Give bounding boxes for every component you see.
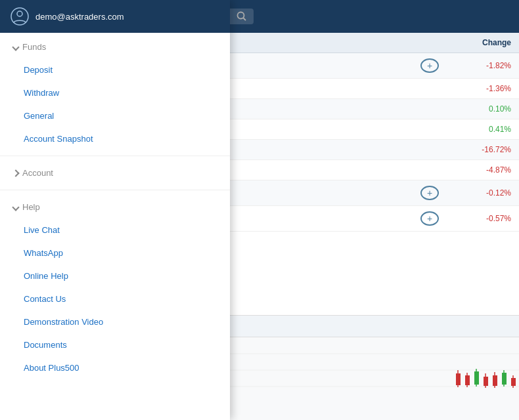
add-button[interactable]: + xyxy=(420,58,439,73)
menu-item-contact-us[interactable]: Contact Us xyxy=(0,287,230,310)
menu-item-deposit[interactable]: Deposit xyxy=(0,58,230,81)
funds-section-toggle[interactable]: Funds xyxy=(0,35,230,58)
svg-line-13 xyxy=(244,18,246,21)
menu-header: demo@asktraders.com xyxy=(0,0,230,33)
menu-item-withdraw[interactable]: Withdraw xyxy=(0,81,230,104)
change-value: -0.57% xyxy=(445,214,511,223)
menu-item-online-help[interactable]: Online Help xyxy=(0,264,230,287)
add-button[interactable]: + xyxy=(420,186,439,200)
menu-item-general[interactable]: General xyxy=(0,104,230,127)
change-value: -4.87% xyxy=(445,165,511,175)
menu-section-help: Help Live Chat WhatsApp Online Help Cont… xyxy=(0,193,230,382)
col-change-header: Change xyxy=(445,38,511,47)
change-value: 0.41% xyxy=(445,125,511,134)
change-value: 0.10% xyxy=(445,104,511,114)
chevron-down-icon-2 xyxy=(12,203,19,211)
change-value: -1.82% xyxy=(445,61,511,70)
menu-item-live-chat[interactable]: Live Chat xyxy=(0,219,230,242)
menu-item-demonstration-video[interactable]: Demonstration Video xyxy=(0,310,230,333)
svg-point-42 xyxy=(17,11,22,16)
search-icon xyxy=(237,11,247,22)
user-avatar-icon xyxy=(11,7,29,26)
chevron-right-icon xyxy=(12,169,19,177)
add-button[interactable]: + xyxy=(420,211,439,226)
chevron-down-icon xyxy=(12,43,19,51)
menu-item-about-plus500[interactable]: About Plus500 xyxy=(0,356,230,379)
account-section-toggle[interactable]: Account xyxy=(0,161,230,184)
change-value: -16.72% xyxy=(445,145,511,154)
menu-divider-2 xyxy=(0,190,230,190)
menu-item-account-snapshot[interactable]: Account Snapshot xyxy=(0,127,230,150)
overlay-menu: demo@asktraders.com Funds Deposit Withdr… xyxy=(0,0,230,420)
menu-user-email: demo@asktraders.com xyxy=(35,12,124,22)
change-value: -0.12% xyxy=(445,188,511,198)
help-section-label: Help xyxy=(22,202,40,212)
funds-section-label: Funds xyxy=(22,42,46,52)
menu-divider xyxy=(0,156,230,156)
menu-item-documents[interactable]: Documents xyxy=(0,333,230,356)
account-section-label: Account xyxy=(22,168,53,178)
menu-section-account: Account xyxy=(0,159,230,187)
svg-point-12 xyxy=(238,12,244,19)
help-section-toggle[interactable]: Help xyxy=(0,196,230,219)
menu-item-whatsapp[interactable]: WhatsApp xyxy=(0,242,230,264)
change-value: -1.36% xyxy=(445,84,511,93)
menu-section-funds: Funds Deposit Withdraw General Account S… xyxy=(0,33,230,153)
